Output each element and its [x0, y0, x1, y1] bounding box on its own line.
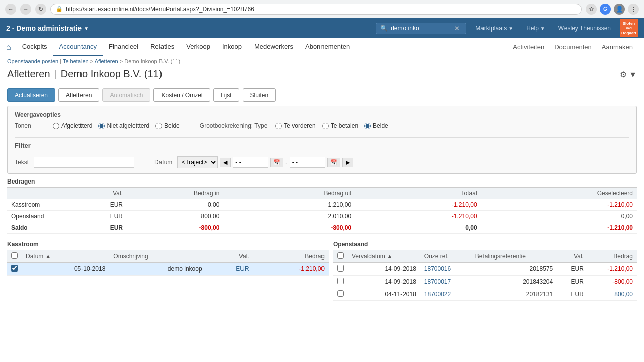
val-saldo: EUR [67, 222, 127, 234]
col-val-k: Val. [206, 250, 253, 263]
radio-beide[interactable]: Beide [155, 122, 180, 129]
bedragen-title: Bedragen [7, 178, 637, 185]
tekst-input[interactable] [34, 157, 134, 168]
radio-type-beide[interactable]: Beide [364, 122, 388, 129]
filter-title: Filter [15, 142, 31, 149]
nav-activiteiten[interactable]: Activiteiten [508, 38, 549, 56]
kasstroom-check-all[interactable] [11, 252, 18, 259]
bedrag-o-1: -1.210,00 [588, 263, 637, 276]
breadcrumb-tebetalen[interactable]: Te betalen [63, 58, 89, 64]
forward-button[interactable]: → [20, 4, 31, 15]
toon-label: Tonen [15, 122, 45, 129]
kasstroom-section: Kasstroom Datum ▲ Omschrijving Val. Bedr… [7, 238, 329, 301]
val-openstaand: EUR [67, 211, 127, 222]
date-from-calendar[interactable]: 📅 [270, 158, 283, 167]
app-title[interactable]: 2 - Demo administratie ▼ [6, 24, 89, 32]
nav-relaties[interactable]: Relaties [144, 38, 180, 56]
menu-button[interactable]: ⋮ [628, 4, 639, 15]
search-clear-icon[interactable]: ✕ [454, 25, 460, 32]
nav-documenten[interactable]: Documenten [549, 38, 597, 56]
vervaldatum-3: 04-11-2018 [348, 288, 420, 301]
settings-icon[interactable]: ⚙ ▼ [620, 70, 637, 79]
check-cell-1[interactable] [7, 263, 22, 276]
user-button[interactable]: Wesley Theunissen [554, 25, 615, 32]
onzeref-2[interactable]: 18700017 [420, 276, 471, 288]
col-spacer2 [355, 188, 385, 199]
in-kasstroom: 0,00 [127, 199, 223, 211]
openstaand-row-1: 14-09-2018 18700016 2018575 EUR -1.210,0… [333, 263, 637, 276]
col-spacer3 [481, 188, 512, 199]
date-prev-button[interactable]: ◀ [220, 158, 231, 167]
val-o-2: EUR [557, 276, 588, 288]
home-button[interactable]: ⌂ [6, 43, 11, 52]
totaal-openstaand: -1.210,00 [385, 211, 481, 222]
nav-financieel[interactable]: Financieel [103, 38, 144, 56]
date-to-input[interactable] [290, 157, 325, 168]
col-geselecteerd: Geselecteerd [512, 188, 637, 199]
content-area: Bedragen Val. Bedrag in Bedrag uit Totaa… [0, 178, 644, 301]
afletteren-button[interactable]: Afletteren [58, 88, 99, 102]
traject-select[interactable]: <Traject> [177, 156, 218, 168]
date-next-button[interactable]: ▶ [342, 158, 353, 167]
toon-row: Tonen Afgelettterd Niet afgelettterd Bei… [15, 122, 180, 129]
label-saldo: Saldo [7, 222, 67, 234]
openstaand-checkbox-2[interactable] [337, 278, 344, 284]
nav-medewerkers[interactable]: Medewerkers [248, 38, 299, 56]
radio-niet-afgelettterd[interactable]: Niet afgelettterd [98, 122, 149, 129]
col-totaal: Totaal [385, 188, 481, 199]
kasstroom-checkbox-1[interactable] [11, 265, 18, 272]
marketplace-button[interactable]: Marktplaats ▼ [471, 25, 517, 32]
toolbar: Actualiseren Afletteren Automatisch Kost… [0, 84, 644, 106]
radio-te-vorderen[interactable]: Te vorderen [275, 122, 315, 129]
weergaveopties-title: Weergaveopties [15, 111, 629, 118]
col-datum-k: Datum ▲ [22, 250, 109, 263]
actualiseren-button[interactable]: Actualiseren [7, 88, 55, 102]
col-bedrag-k: Bedrag [253, 250, 329, 263]
bedragen-header-row: Val. Bedrag in Bedrag uit Totaal Geselec… [7, 188, 637, 199]
nav-aanmaken[interactable]: Aanmaken [597, 38, 638, 56]
col-vervaldatum: Vervaldatum ▲ [348, 250, 420, 263]
grootboek-radio-group: Te vorderen Te betalen Beide [275, 122, 388, 129]
sluiten-button[interactable]: Sluiten [243, 88, 276, 102]
tekst-label: Tekst [15, 159, 29, 166]
onzeref-1[interactable]: 18700016 [420, 263, 471, 276]
col-bedrag-in: Bedrag in [127, 188, 223, 199]
openstaand-check-all[interactable] [337, 252, 344, 259]
col-check-k [7, 250, 22, 263]
openstaand-checkbox-1[interactable] [337, 265, 344, 272]
star-button[interactable]: ☆ [586, 4, 597, 15]
nav-accountancy[interactable]: Accountancy [53, 38, 103, 56]
page-title-suffix: Demo Inkoop B.V. (11) [61, 68, 163, 80]
nav-verkoop[interactable]: Verkoop [180, 38, 216, 56]
openstaand-section-title: Openstaand [333, 241, 637, 248]
betalref-2: 201843204 [471, 276, 557, 288]
betalref-1: 2018575 [471, 263, 557, 276]
onzeref-3[interactable]: 18700022 [420, 288, 471, 301]
radio-afgelettterd[interactable]: Afgelettterd [53, 122, 92, 129]
url-bar[interactable]: 🔒 https://start.exactonline.nl/docs/Menu… [50, 4, 582, 15]
kosten-omzet-button[interactable]: Kosten / Omzet [153, 88, 210, 102]
kasstroom-header-row: Datum ▲ Omschrijving Val. Bedrag [7, 250, 329, 263]
date-to-calendar[interactable]: 📅 [327, 158, 340, 167]
geselecteerd-kasstroom: -1.210,00 [512, 199, 637, 211]
openstaand-row-3: 04-11-2018 18700022 20182131 EUR 800,00 [333, 288, 637, 301]
nav-abonnementen[interactable]: Abonnementen [299, 38, 356, 56]
profile-button[interactable]: 👤 [614, 4, 625, 15]
title-separator: | [54, 68, 57, 80]
google-button[interactable]: G [600, 4, 611, 15]
refresh-button[interactable]: ↻ [35, 4, 46, 15]
breadcrumb-afletteren[interactable]: Afletteren [95, 58, 118, 64]
breadcrumb-openstaande[interactable]: Openstaande posten [7, 58, 58, 64]
nav-cockpits[interactable]: Cockpits [16, 38, 53, 56]
search-bar[interactable]: 🔍 ✕ [376, 23, 466, 34]
radio-te-betalen[interactable]: Te betalen [322, 122, 358, 129]
back-button[interactable]: ← [5, 4, 16, 15]
totaal-saldo: 0,00 [385, 222, 481, 234]
date-from-input[interactable] [233, 157, 268, 168]
val-k-1: EUR [206, 263, 253, 276]
search-input[interactable] [391, 25, 451, 32]
lijst-button[interactable]: Lijst [213, 88, 239, 102]
nav-inkoop[interactable]: Inkoop [216, 38, 248, 56]
help-button[interactable]: Help ▼ [522, 25, 549, 32]
openstaand-checkbox-3[interactable] [337, 290, 344, 297]
